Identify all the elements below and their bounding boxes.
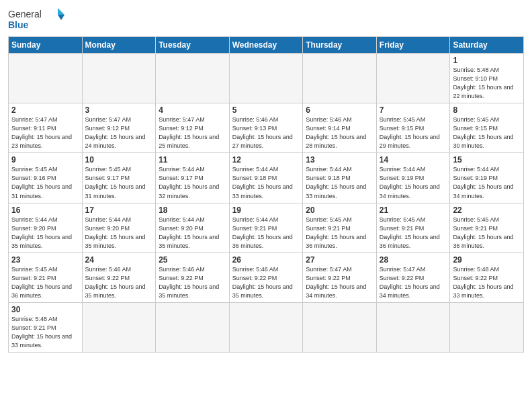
day-info: Sunrise: 5:44 AM Sunset: 9:18 PM Dayligh…: [306, 165, 373, 200]
header-tuesday: Tuesday: [156, 37, 230, 54]
day-info: Sunrise: 5:48 AM Sunset: 9:10 PM Dayligh…: [453, 66, 521, 101]
day-info: Sunrise: 5:44 AM Sunset: 9:20 PM Dayligh…: [159, 216, 226, 250]
day-info: Sunrise: 5:44 AM Sunset: 9:20 PM Dayligh…: [11, 216, 79, 250]
day-info: Sunrise: 5:45 AM Sunset: 9:21 PM Dayligh…: [453, 216, 521, 250]
calendar-day-cell: 8Sunrise: 5:45 AM Sunset: 9:15 PM Daylig…: [450, 103, 524, 153]
day-number: 12: [232, 155, 300, 165]
day-info: Sunrise: 5:46 AM Sunset: 9:22 PM Dayligh…: [159, 265, 226, 300]
day-info: Sunrise: 5:44 AM Sunset: 9:18 PM Dayligh…: [232, 165, 300, 200]
calendar-day-cell: [9, 54, 83, 103]
day-number: 8: [453, 105, 521, 115]
day-number: 2: [11, 105, 79, 115]
day-number: 14: [380, 155, 447, 165]
day-number: 7: [380, 105, 447, 115]
day-number: 3: [85, 105, 153, 115]
day-number: 19: [232, 205, 300, 215]
calendar-day-cell: 26Sunrise: 5:46 AM Sunset: 9:22 PM Dayli…: [229, 253, 303, 302]
calendar-day-cell: 25Sunrise: 5:46 AM Sunset: 9:22 PM Dayli…: [156, 253, 230, 302]
day-number: 6: [306, 105, 373, 115]
calendar-week-row: 9Sunrise: 5:45 AM Sunset: 9:16 PM Daylig…: [9, 153, 524, 203]
calendar-day-cell: 17Sunrise: 5:44 AM Sunset: 9:20 PM Dayli…: [82, 203, 156, 253]
calendar-week-row: 16Sunrise: 5:44 AM Sunset: 9:20 PM Dayli…: [9, 203, 524, 253]
day-info: Sunrise: 5:47 AM Sunset: 9:12 PM Dayligh…: [159, 116, 226, 150]
day-info: Sunrise: 5:47 AM Sunset: 9:11 PM Dayligh…: [11, 116, 79, 150]
day-info: Sunrise: 5:46 AM Sunset: 9:13 PM Dayligh…: [232, 116, 300, 150]
day-number: 16: [11, 205, 79, 215]
calendar-day-cell: [82, 54, 156, 103]
calendar-day-cell: [229, 302, 303, 352]
calendar-week-row: 1Sunrise: 5:48 AM Sunset: 9:10 PM Daylig…: [9, 54, 524, 103]
day-number: 26: [232, 255, 300, 265]
calendar-week-row: 2Sunrise: 5:47 AM Sunset: 9:11 PM Daylig…: [9, 103, 524, 153]
day-info: Sunrise: 5:44 AM Sunset: 9:17 PM Dayligh…: [159, 165, 226, 200]
logo: General Blue: [8, 7, 69, 34]
day-number: 1: [453, 56, 521, 65]
day-info: Sunrise: 5:44 AM Sunset: 9:20 PM Dayligh…: [85, 216, 153, 250]
svg-marker-2: [58, 8, 64, 15]
page: General Blue Sunday Monday Tuesday Wedne…: [0, 0, 532, 359]
calendar-day-cell: 10Sunrise: 5:45 AM Sunset: 9:17 PM Dayli…: [82, 153, 156, 203]
calendar-day-cell: 5Sunrise: 5:46 AM Sunset: 9:13 PM Daylig…: [229, 103, 303, 153]
day-info: Sunrise: 5:45 AM Sunset: 9:21 PM Dayligh…: [380, 216, 447, 250]
day-info: Sunrise: 5:47 AM Sunset: 9:22 PM Dayligh…: [380, 265, 447, 300]
calendar-day-cell: 23Sunrise: 5:45 AM Sunset: 9:21 PM Dayli…: [9, 253, 83, 302]
calendar-day-cell: [229, 54, 303, 103]
calendar-day-cell: 28Sunrise: 5:47 AM Sunset: 9:22 PM Dayli…: [376, 253, 450, 302]
day-info: Sunrise: 5:45 AM Sunset: 9:16 PM Dayligh…: [11, 165, 79, 200]
calendar-day-cell: 20Sunrise: 5:45 AM Sunset: 9:21 PM Dayli…: [303, 203, 377, 253]
day-number: 18: [159, 205, 226, 215]
header-monday: Monday: [82, 37, 156, 54]
calendar-day-cell: 11Sunrise: 5:44 AM Sunset: 9:17 PM Dayli…: [156, 153, 230, 203]
day-number: 28: [380, 255, 447, 265]
calendar-day-cell: 22Sunrise: 5:45 AM Sunset: 9:21 PM Dayli…: [450, 203, 524, 253]
day-info: Sunrise: 5:45 AM Sunset: 9:15 PM Dayligh…: [453, 116, 521, 150]
calendar-day-cell: 13Sunrise: 5:44 AM Sunset: 9:18 PM Dayli…: [303, 153, 377, 203]
calendar-day-cell: 3Sunrise: 5:47 AM Sunset: 9:12 PM Daylig…: [82, 103, 156, 153]
calendar-day-cell: 2Sunrise: 5:47 AM Sunset: 9:11 PM Daylig…: [9, 103, 83, 153]
calendar-day-cell: [82, 302, 156, 352]
calendar-day-cell: 16Sunrise: 5:44 AM Sunset: 9:20 PM Dayli…: [9, 203, 83, 253]
day-info: Sunrise: 5:45 AM Sunset: 9:15 PM Dayligh…: [380, 116, 447, 150]
day-info: Sunrise: 5:47 AM Sunset: 9:22 PM Dayligh…: [306, 265, 373, 300]
day-number: 30: [11, 305, 79, 314]
day-number: 9: [11, 155, 79, 165]
day-number: 4: [159, 105, 226, 115]
day-number: 20: [306, 205, 373, 215]
generalblue-logo-icon: General Blue: [8, 7, 69, 34]
day-number: 11: [159, 155, 226, 165]
calendar-day-cell: [156, 54, 230, 103]
calendar-day-cell: 30Sunrise: 5:48 AM Sunset: 9:21 PM Dayli…: [9, 302, 83, 352]
calendar-day-cell: [156, 302, 230, 352]
day-info: Sunrise: 5:48 AM Sunset: 9:22 PM Dayligh…: [453, 265, 521, 300]
calendar-day-cell: 27Sunrise: 5:47 AM Sunset: 9:22 PM Dayli…: [303, 253, 377, 302]
calendar-day-cell: 15Sunrise: 5:44 AM Sunset: 9:19 PM Dayli…: [450, 153, 524, 203]
calendar-day-cell: 29Sunrise: 5:48 AM Sunset: 9:22 PM Dayli…: [450, 253, 524, 302]
day-info: Sunrise: 5:45 AM Sunset: 9:17 PM Dayligh…: [85, 165, 153, 200]
day-number: 15: [453, 155, 521, 165]
day-number: 17: [85, 205, 153, 215]
day-number: 27: [306, 255, 373, 265]
day-info: Sunrise: 5:45 AM Sunset: 9:21 PM Dayligh…: [11, 265, 79, 300]
calendar-day-cell: 21Sunrise: 5:45 AM Sunset: 9:21 PM Dayli…: [376, 203, 450, 253]
calendar-day-cell: 12Sunrise: 5:44 AM Sunset: 9:18 PM Dayli…: [229, 153, 303, 203]
calendar-day-cell: 7Sunrise: 5:45 AM Sunset: 9:15 PM Daylig…: [376, 103, 450, 153]
calendar-day-cell: 19Sunrise: 5:44 AM Sunset: 9:21 PM Dayli…: [229, 203, 303, 253]
calendar-day-cell: 1Sunrise: 5:48 AM Sunset: 9:10 PM Daylig…: [450, 54, 524, 103]
header-wednesday: Wednesday: [229, 37, 303, 54]
day-info: Sunrise: 5:44 AM Sunset: 9:19 PM Dayligh…: [380, 165, 447, 200]
calendar-day-cell: 18Sunrise: 5:44 AM Sunset: 9:20 PM Dayli…: [156, 203, 230, 253]
calendar-day-cell: 14Sunrise: 5:44 AM Sunset: 9:19 PM Dayli…: [376, 153, 450, 203]
calendar-week-row: 30Sunrise: 5:48 AM Sunset: 9:21 PM Dayli…: [9, 302, 524, 352]
svg-text:Blue: Blue: [8, 19, 29, 30]
calendar-day-cell: [376, 54, 450, 103]
day-number: 13: [306, 155, 373, 165]
calendar-day-cell: 4Sunrise: 5:47 AM Sunset: 9:12 PM Daylig…: [156, 103, 230, 153]
calendar-day-cell: [303, 54, 377, 103]
day-info: Sunrise: 5:44 AM Sunset: 9:21 PM Dayligh…: [232, 216, 300, 250]
calendar-day-cell: [303, 302, 377, 352]
day-number: 10: [85, 155, 153, 165]
header-saturday: Saturday: [450, 37, 524, 54]
header: General Blue: [8, 7, 524, 34]
calendar-day-cell: [450, 302, 524, 352]
day-number: 22: [453, 205, 521, 215]
